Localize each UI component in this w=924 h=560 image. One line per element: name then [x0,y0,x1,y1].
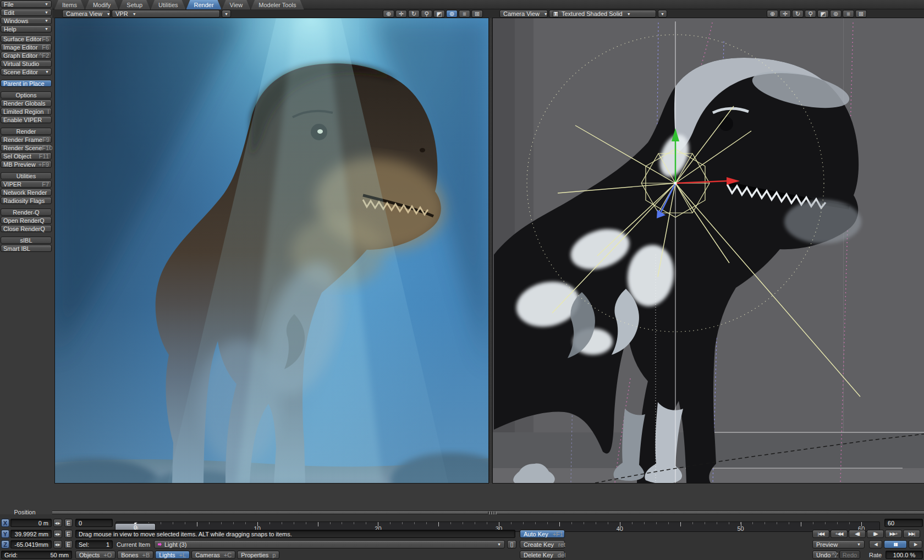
left-viewport-options-button[interactable]: ▼ [222,10,231,18]
x-axis-button[interactable]: X [1,519,9,527]
maximize-viewport-icon[interactable]: ⊞ [855,10,867,18]
selection-count-value: 1 [106,541,109,548]
cameras-mode-button[interactable]: Cameras+C [191,551,235,559]
goto-end-button[interactable]: ▶▶| [903,530,920,538]
play-forward-button[interactable]: ▶ [909,540,922,548]
viewport-menu-icon[interactable]: ≡ [459,10,470,18]
sidebar-item-open-renderq[interactable]: Open RenderQ [1,217,52,224]
sidebar-item-limited-region[interactable]: Limited Regionl [1,108,52,115]
menu-help-button[interactable]: Help▼ [1,25,52,32]
sidebar-item-radiosity-flags[interactable]: Radiosity Flags [1,197,52,204]
tab-setup[interactable]: Setup [119,0,150,9]
next-keyframe-button[interactable]: ▶▶+ [885,530,902,538]
left-view-type-dropdown[interactable]: Camera View ▼ [62,10,111,18]
current-item-dropdown[interactable]: Light (3) ▼ [154,540,505,548]
grid-label: Grid: [4,552,18,558]
x-envelope-button[interactable]: E [64,519,73,527]
sidebar-item-network-render[interactable]: Network Render [1,189,52,196]
tab-render[interactable]: Render [186,0,222,9]
delete-key-button[interactable]: Delete Key del [520,551,565,559]
z-envelope-button[interactable]: E [64,540,73,548]
viewport-bottom-scrollbar[interactable] [52,510,924,514]
camera-icon[interactable]: ⊚ [830,10,842,18]
left-render-mode-dropdown[interactable]: VPR ▼ [112,10,220,18]
position-x-field[interactable]: 0 m [10,519,52,527]
current-frame-field[interactable]: 0 [75,519,113,527]
undo-button[interactable]: Undo ^Z [812,551,837,559]
y-envelope-button[interactable]: E [64,530,73,538]
position-z-field[interactable]: -65.0419mm [10,540,52,548]
z-axis-button[interactable]: Z [1,540,9,548]
position-panel-title: Position [0,509,50,515]
x-nudge-buttons[interactable]: ◀▶ [53,519,62,527]
sidebar-item-render-globals[interactable]: Render Globals [1,100,52,107]
position-y-field[interactable]: 39.9992 mm [10,530,52,538]
menu-windows-button[interactable]: Windows▼ [1,17,52,24]
maximize-viewport-icon[interactable]: ⊞ [471,10,483,18]
y-axis-button[interactable]: Y [1,530,9,538]
tab-utilities[interactable]: Utilities [151,0,185,9]
redo-button[interactable]: Redo [839,551,860,559]
tab-modeler-tools[interactable]: Modeler Tools [251,0,304,9]
sidebar-item-sel-object[interactable]: Sel ObjectF11 [1,152,52,160]
preview-dropdown[interactable]: Preview ▼ [812,540,865,548]
rotate-view-icon[interactable]: ↻ [792,10,804,18]
fit-view-icon[interactable]: ◩ [817,10,829,18]
zoom-view-icon[interactable]: ⚲ [805,10,816,18]
tab-modify[interactable]: Modify [85,0,118,9]
camera-icon[interactable]: ⊚ [446,10,458,18]
prev-keyframe-button[interactable]: +◀◀ [831,530,848,538]
sidebar-item-virtual-studio[interactable]: Virtual Studio [1,60,52,67]
sidebar-item-parent-in-place[interactable]: Parent in Place [1,80,52,87]
tab-view[interactable]: View [222,0,251,9]
menu-file-button[interactable]: File▼ [1,1,52,8]
properties-mode-button[interactable]: Propertiesp [237,551,279,559]
sidebar-item-image-editor[interactable]: Image EditorF6 [1,43,52,51]
sidebar-item-enable-viper[interactable]: Enable VIPER [1,116,52,123]
sidebar-item-close-renderq[interactable]: Close RenderQ [1,225,52,232]
sidebar-item-render-scene[interactable]: Render SceneF10 [1,144,52,151]
create-key-button[interactable]: Create Key ret [520,540,565,548]
right-render-mode-dropdown[interactable]: T Textured Shaded Solid ▼ [549,10,656,18]
menu-label: Windows [4,18,29,24]
sidebar-item-smart-ibl[interactable]: Smart IBL [1,245,52,252]
fit-view-icon[interactable]: ◩ [433,10,445,18]
step-back-button[interactable]: ◀▮ [849,530,866,538]
z-nudge-buttons[interactable]: ◀▶ [53,540,62,548]
zoom-view-icon[interactable]: ⚲ [421,10,432,18]
sidebar-item-surface-editor[interactable]: Surface EditorF5 [1,35,52,42]
shortcut-label: F9 [42,136,50,143]
lights-mode-button[interactable]: Lights+L [155,551,190,559]
objects-mode-button[interactable]: Objects+O [75,551,116,559]
viewport-divider[interactable] [488,18,493,483]
sidebar-item-graph-editor[interactable]: Graph Editor^F2 [1,52,52,59]
sidebar-item-scene-editor[interactable]: Scene Editor▼ [1,68,52,75]
grid-value: 50 mm [50,552,69,558]
goto-start-button[interactable]: |◀◀ [812,530,829,538]
center-item-icon[interactable]: ⊕ [383,10,394,18]
sidebar-item-viper[interactable]: VIPERF7 [1,180,52,188]
end-frame-field[interactable]: 60 [884,519,923,527]
sidebar-item-render-frame[interactable]: Render FrameF9 [1,136,52,143]
right-view-type-dropdown[interactable]: Camera View ▼ [499,10,548,18]
move-view-icon[interactable]: ✛ [779,10,791,18]
sidebar-item-mb-preview[interactable]: MB Preview+F9 [1,161,52,168]
menu-edit-button[interactable]: Edit▼ [1,9,52,16]
rotate-view-icon[interactable]: ↻ [408,10,420,18]
step-forward-button[interactable]: ▮▶ [867,530,884,538]
auto-key-button[interactable]: Auto Key +F1 [520,530,565,538]
pause-button[interactable]: ▮▮ [884,540,907,548]
play-reverse-button[interactable]: ◀ [869,540,882,548]
left-viewport-vpr-render[interactable] [55,18,488,483]
center-item-icon[interactable]: ⊕ [767,10,778,18]
redo-label: Redo [843,552,857,558]
sidebar-item-label: Close RenderQ [3,226,45,232]
y-nudge-buttons[interactable]: ◀▶ [53,530,62,538]
tab-items[interactable]: Items [54,0,85,9]
right-viewport-opengl[interactable] [493,18,924,483]
item-list-button[interactable]: ▯ [507,540,516,548]
move-view-icon[interactable]: ✛ [395,10,407,18]
bones-mode-button[interactable]: Bones+B [117,551,153,559]
viewport-menu-icon[interactable]: ≡ [843,10,854,18]
right-viewport-options-button[interactable]: ▼ [658,10,667,18]
